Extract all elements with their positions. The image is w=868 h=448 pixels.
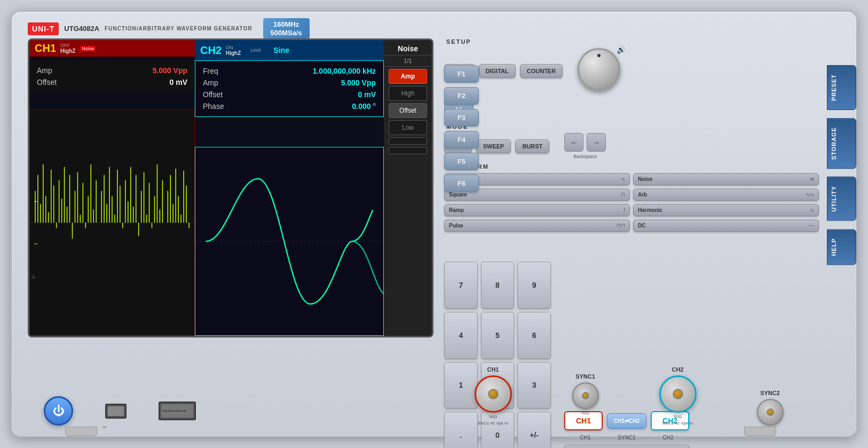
ch1-connector-label: CH1 bbox=[475, 366, 512, 373]
sine-symbol: ∿ bbox=[621, 176, 625, 182]
knob-icon: 🔊 bbox=[617, 45, 626, 54]
noise-button[interactable]: Noise ≋ bbox=[633, 173, 819, 185]
f5-button[interactable]: F5 bbox=[444, 153, 479, 170]
key-4[interactable]: 4 bbox=[444, 312, 478, 359]
noise-amp-button[interactable]: Amp bbox=[389, 69, 427, 84]
noise-high-button[interactable]: High bbox=[389, 86, 427, 101]
f-buttons-column: F1 F2 F3 F4 F5 F6 bbox=[444, 65, 479, 192]
screen-inner: 🔒 ⇔ CH1 OFF HighZ Noise CH2 ON HighZ bbox=[29, 40, 432, 336]
sample-rate-text: 500MSa/s bbox=[271, 29, 302, 37]
ch1-waveform-badge: Noise bbox=[80, 45, 96, 52]
ch1-header: CH1 OFF HighZ Noise bbox=[29, 40, 195, 57]
counter-button[interactable]: COUNTER bbox=[520, 64, 563, 78]
brand-text: UNI-T bbox=[32, 25, 54, 33]
pulse-button[interactable]: Pulse ⊓⊓ bbox=[444, 219, 630, 232]
arrow-row: ← → bbox=[564, 133, 606, 152]
waveform-grid: Sine ∿ Noise ≋ Square ⊓ Arb ∿∿ Ramp / bbox=[444, 173, 819, 232]
f2-button[interactable]: F2 bbox=[444, 87, 479, 105]
connectors-area: CH1 50Ω BNCs 42 Vpk to SYNC1 50Ω ⚠ CH2 5… bbox=[444, 366, 814, 426]
key-9[interactable]: 9 bbox=[517, 262, 551, 309]
square-symbol: ⊓ bbox=[621, 192, 625, 198]
trigger-button[interactable]: TRIGGER bbox=[564, 445, 689, 448]
serial-pin-8 bbox=[182, 410, 183, 412]
f4-button[interactable]: F4 bbox=[444, 131, 479, 148]
ch1-sublabel: 50Ω bbox=[475, 414, 512, 419]
key-5[interactable]: 5 bbox=[481, 312, 515, 359]
dc-button[interactable]: DC — bbox=[633, 219, 819, 232]
sine-waveform-svg bbox=[195, 147, 383, 335]
arrow-back-button[interactable]: ← bbox=[564, 133, 583, 152]
sync1-connector-label: SYNC1 bbox=[572, 373, 599, 380]
key-8[interactable]: 8 bbox=[481, 262, 515, 309]
ch1-amp-row: Amp 5.000 Vpp bbox=[34, 65, 191, 76]
ch-labels-row: CH1 SYNC1 CH2 bbox=[564, 435, 689, 441]
preset-button[interactable]: PRESET bbox=[827, 65, 856, 110]
help-button[interactable]: HELP bbox=[827, 229, 856, 265]
ch1-sublabel2: BNCs 42 Vpk to bbox=[475, 421, 512, 426]
ch2-header: CH2 ON HighZ Limit Sine bbox=[195, 40, 384, 60]
svg-text:⊥: ⊥ bbox=[31, 273, 36, 279]
dc-label: DC bbox=[638, 223, 645, 229]
noise-btn5[interactable] bbox=[389, 137, 427, 145]
sweep-button[interactable]: SWEEP bbox=[476, 139, 511, 153]
ch2-bnc bbox=[659, 375, 697, 413]
header: UNI-T UTG4082A FUNCTION/ARBITRARY WAVEFO… bbox=[28, 18, 310, 39]
sync2-connector-group: SYNC2 bbox=[757, 390, 784, 426]
serial-port-inner bbox=[161, 404, 193, 418]
noise-offset-button[interactable]: Offset bbox=[389, 103, 427, 118]
utility-button[interactable]: UTILITY bbox=[827, 177, 856, 221]
f6-button[interactable]: F6 bbox=[444, 175, 479, 192]
noise-btn6[interactable] bbox=[389, 147, 427, 154]
ramp-symbol: / bbox=[624, 207, 625, 213]
setup-buttons-row: USER DIGITAL COUNTER 🔊 bbox=[444, 48, 819, 93]
noise-symbol: ≋ bbox=[810, 176, 814, 182]
rotary-knob[interactable]: 🔊 bbox=[578, 48, 623, 93]
ch2-sublabel2: BNCs 42 Vpk to bbox=[659, 421, 697, 426]
ch2-data: Freq 1.000,000,000 kHz Amp 5.000 Vpp Off… bbox=[195, 60, 384, 117]
sync2-bnc-center bbox=[767, 408, 774, 416]
ch2-phase-row: Phase 0.000 ° bbox=[200, 100, 379, 112]
ch2-amp-row: Amp 5.000 Vpp bbox=[200, 77, 379, 89]
sync1-sublabel: 50Ω bbox=[572, 411, 599, 415]
sync2-bnc bbox=[757, 399, 784, 426]
harmonic-button[interactable]: Harmonic ∿ bbox=[633, 204, 819, 216]
f1-button[interactable]: F1 bbox=[444, 65, 479, 83]
usb-bottom-label: ⇔ bbox=[102, 425, 107, 430]
instrument-body: UNI-T UTG4082A FUNCTION/ARBITRARY WAVEFO… bbox=[11, 11, 857, 437]
noise-label: Noise bbox=[638, 176, 652, 182]
storage-button[interactable]: STORAGE bbox=[827, 118, 856, 169]
ch2-offset-label: Offset bbox=[203, 90, 223, 99]
ch1-bnc bbox=[475, 375, 512, 413]
f3-button[interactable]: F3 bbox=[444, 109, 479, 127]
sync1-bottom-label: SYNC1 bbox=[618, 435, 635, 441]
key-7[interactable]: 7 bbox=[444, 262, 478, 309]
ch2-waveform bbox=[195, 147, 384, 336]
ch1-offset-label: Offset bbox=[37, 78, 57, 87]
key-6[interactable]: 6 bbox=[517, 312, 551, 359]
ch1-offset-value: 0 mV bbox=[170, 78, 187, 87]
serial-pin-6 bbox=[176, 410, 178, 412]
waveform-section: WAVEFORM Sine ∿ Noise ≋ Square ⊓ Arb ∿∿ bbox=[444, 163, 819, 232]
ch2-freq-row: Freq 1.000,000,000 kHz bbox=[200, 65, 379, 77]
ramp-label: Ramp bbox=[449, 207, 464, 213]
usb-port-inner bbox=[108, 406, 124, 416]
digital-button[interactable]: DIGITAL bbox=[479, 64, 516, 78]
ch1-amp-value: 5.000 Vpp bbox=[153, 66, 187, 75]
ch2-connector-label: CH2 bbox=[659, 366, 697, 373]
ch1-data: Amp 5.000 Vpp Offset 0 mV bbox=[29, 60, 195, 92]
ch1-meta: OFF HighZ bbox=[60, 43, 75, 54]
arrow-forward-button[interactable]: → bbox=[587, 133, 606, 152]
burst-button[interactable]: BURST bbox=[515, 139, 549, 153]
noise-panel: Noise 1/1 Amp High Offset Low bbox=[384, 40, 432, 336]
ch2-offset-row: Offset 0 mV bbox=[200, 89, 379, 100]
mode-buttons-row: MOD SWEEP BURST ← → Backspace bbox=[444, 133, 819, 159]
knob-body[interactable] bbox=[578, 48, 620, 91]
ch1-connector-group: CH1 50Ω BNCs 42 Vpk to bbox=[475, 366, 512, 426]
ch1-bnc-center bbox=[488, 389, 499, 399]
noise-page: 1/1 bbox=[384, 56, 432, 67]
noise-low-button[interactable]: Low bbox=[389, 120, 427, 135]
power-button[interactable]: ⏻ bbox=[44, 396, 73, 426]
ramp-button[interactable]: Ramp / bbox=[444, 204, 630, 216]
arb-button[interactable]: Arb ∿∿ bbox=[633, 188, 819, 201]
setup-label: SETUP bbox=[444, 38, 819, 45]
